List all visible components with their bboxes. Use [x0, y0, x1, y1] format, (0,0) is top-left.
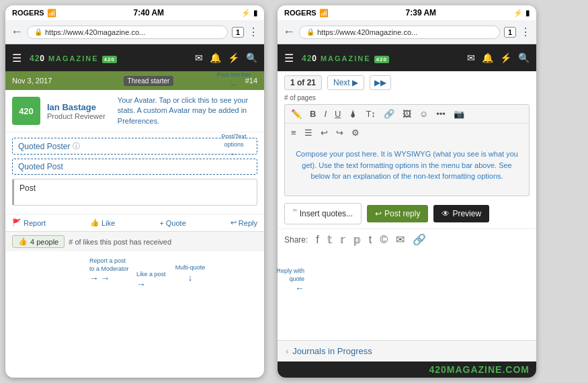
thread-starter-badge: Thread starter [124, 76, 174, 86]
nav-bar-right: ☰ 420 MAGAZINE 420 ✉ 🔔 ⚡ 🔍 [278, 44, 536, 71]
envelope-icon-left[interactable]: ✉ [195, 52, 203, 63]
insert-quotes-button[interactable]: " Insert quotes... [284, 203, 362, 224]
report-annotation: Report a postto a Moderator ← → [89, 257, 143, 284]
status-bar-left: ROGERS 📶 7:40 AM ⚡ ▮ [5, 5, 264, 20]
facebook-icon[interactable]: f [316, 234, 319, 246]
post-reply-label: Post reply [384, 209, 420, 218]
tab-count-left[interactable]: 1 [232, 27, 244, 38]
pencil-tool[interactable]: ✏️ [289, 108, 304, 120]
flag-icon: 🚩 [12, 218, 22, 227]
tab-count-right[interactable]: 1 [504, 27, 516, 38]
url-text-left: https://www.420magazine.co... [45, 28, 145, 36]
avatar[interactable]: 420 [12, 97, 40, 125]
like-label: Like [101, 219, 115, 227]
hamburger-icon-left[interactable]: ☰ [12, 52, 22, 65]
lightning-icon-left[interactable]: ⚡ [228, 52, 239, 63]
redo-tool[interactable]: ↪ [334, 126, 345, 139]
pinterest-icon[interactable]: 𝕡 [353, 233, 361, 246]
time-left: 7:40 AM [134, 8, 165, 17]
pages-label: # of pages [278, 94, 536, 104]
toolbar-row2: ≡ ☰ ↩ ↪ ⚙ [285, 124, 529, 142]
more-tool[interactable]: ••• [434, 108, 448, 120]
undo-tool[interactable]: ↩ [319, 126, 330, 139]
quoted-post-box: Quoted Post [12, 159, 257, 175]
logo-badge-right: 420 [374, 56, 389, 63]
url-bar-right[interactable]: 🔒 https://www.420magazine.co... [299, 26, 500, 39]
quote-label: Quote [166, 219, 186, 227]
report-label: Report [24, 219, 46, 227]
lock-icon-left: 🔒 [34, 28, 42, 36]
preview-button[interactable]: 👁 Preview [433, 205, 489, 222]
editor-body[interactable]: Compose your post here. It is WYSIWYG (w… [285, 142, 529, 196]
skip-button[interactable]: ▶▶ [370, 75, 391, 90]
user-details: Ian Bastage Product Reviewer [47, 102, 106, 120]
right-phone: ROGERS 📶 7:39 AM ⚡ ▮ ← 🔒 https://www.420… [278, 5, 536, 378]
text-size-tool[interactable]: T↕ [364, 108, 377, 120]
search-icon-right[interactable]: 🔍 [518, 52, 530, 63]
logo-badge-left: 420 [102, 56, 117, 63]
chevron-left-icon: ‹ [286, 346, 288, 356]
thumbs-up-icon: 👍 [18, 237, 28, 246]
url-bar-left[interactable]: 🔒 https://www.420magazine.co... [27, 26, 228, 39]
align-tool[interactable]: ≡ [289, 126, 298, 139]
time-right: 7:39 AM [406, 8, 437, 17]
whatsapp-icon[interactable]: © [380, 234, 388, 246]
watermark-text: 420MAGAZINE.COM [429, 364, 530, 375]
image-tool[interactable]: 🖼 [401, 108, 413, 120]
likes-text: # of likes this post has received [69, 238, 171, 246]
plus-icon: + [159, 219, 163, 227]
settings-tool[interactable]: ⚙ [349, 126, 362, 139]
back-button-right[interactable]: ← [283, 25, 295, 39]
color-tool[interactable]: 🌢 [347, 108, 360, 120]
post-text-box: Post [12, 179, 257, 206]
link-share-icon[interactable]: 🔗 [413, 233, 426, 246]
editor-wrapper: ✏️ B I U 🌢 T↕ 🔗 🖼 ☺ ••• 📷 ≡ ☰ ↩ ↪ [284, 104, 530, 196]
reply-action[interactable]: ↩ Reply [230, 218, 257, 227]
twitter-icon[interactable]: 𝕥 [327, 233, 332, 246]
preview-label: Preview [452, 209, 481, 218]
report-action[interactable]: 🚩 Report [12, 218, 46, 227]
post-number-annotation: Post number ← [214, 71, 254, 90]
reddit-icon[interactable]: 𝕣 [340, 233, 345, 246]
browser-bar-right: ← 🔒 https://www.420magazine.co... 1 ⋮ [278, 20, 536, 44]
menu-dots-left[interactable]: ⋮ [248, 26, 259, 38]
like-annotation: Like a post → [136, 271, 190, 290]
next-button[interactable]: Next ▶ [327, 75, 364, 90]
underline-tool[interactable]: U [333, 108, 343, 120]
bluetooth-left: ⚡ [241, 9, 251, 17]
post-actions: 🚩 Report 👍 Like + Quote ↩ Reply [5, 214, 264, 231]
reply-label: Reply [239, 219, 257, 227]
bell-icon-left[interactable]: 🔔 [210, 52, 221, 63]
like-action[interactable]: 👍 Like [90, 218, 115, 227]
post-text-options-annotation: Post/Textoptions ← [210, 133, 257, 159]
post-reply-button[interactable]: ↩ Post reply [367, 205, 428, 222]
left-phone: ROGERS 📶 7:40 AM ⚡ ▮ ← 🔒 https://www.420… [5, 5, 264, 378]
camera-tool[interactable]: 📷 [452, 108, 466, 120]
tumblr-icon[interactable]: t [369, 234, 372, 246]
search-icon-left[interactable]: 🔍 [246, 52, 257, 63]
journals-bar[interactable]: ‹ Journals in Progress [278, 340, 536, 361]
quoted-poster-text: Quoted Poster [18, 142, 70, 151]
lightning-icon-right[interactable]: ⚡ [500, 52, 511, 63]
envelope-icon-right[interactable]: ✉ [467, 52, 475, 63]
hamburger-icon-right[interactable]: ☰ [284, 52, 294, 65]
back-button-left[interactable]: ← [11, 25, 23, 39]
quote-action[interactable]: + Quote [159, 219, 185, 227]
list-tool[interactable]: ☰ [302, 126, 314, 139]
link-tool[interactable]: 🔗 [382, 108, 396, 120]
journals-label: Journals in Progress [292, 346, 372, 356]
browser-bar-left: ← 🔒 https://www.420magazine.co... 1 ⋮ [5, 20, 264, 44]
user-name[interactable]: Ian Bastage [47, 102, 106, 112]
reply-arrow-icon: ↩ [375, 209, 382, 218]
bold-tool[interactable]: B [308, 108, 318, 120]
bell-icon-right[interactable]: 🔔 [482, 52, 493, 63]
menu-dots-right[interactable]: ⋮ [520, 26, 531, 38]
email-icon[interactable]: ✉ [396, 233, 405, 246]
italic-tool[interactable]: I [322, 108, 329, 120]
likes-count[interactable]: 👍 4 people [12, 235, 65, 248]
likes-bar: 👍 4 people # of likes this post has rece… [5, 231, 264, 251]
share-row: Share: f 𝕥 𝕣 𝕡 t © ✉ 🔗 [278, 228, 536, 250]
emoji-tool[interactable]: ☺ [417, 108, 430, 120]
info-icon: ⓘ [73, 141, 80, 151]
insert-quotes-label: Insert quotes... [300, 209, 353, 218]
